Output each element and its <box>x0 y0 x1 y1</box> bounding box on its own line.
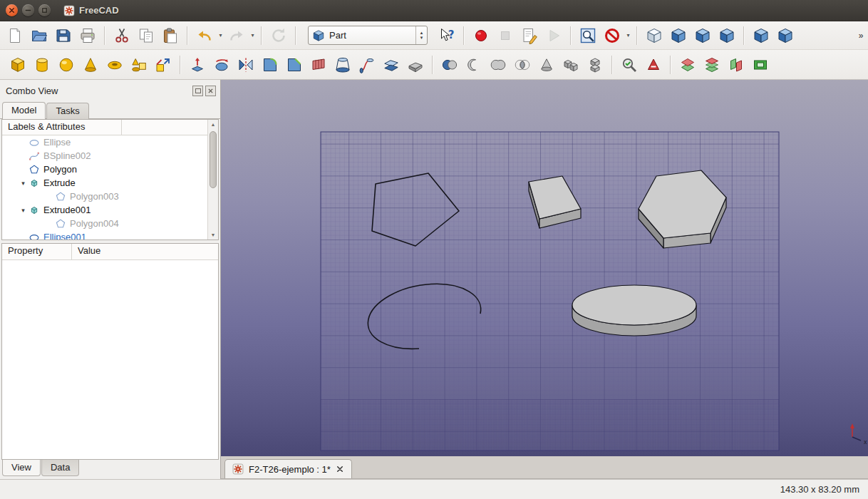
view-axonometric-button[interactable] <box>643 24 666 47</box>
titlebar[interactable]: FreeCAD <box>0 0 868 21</box>
save-document-button[interactable] <box>52 24 75 47</box>
tree-item-polygon004[interactable]: Polygon004 <box>2 217 207 230</box>
macro-stop-button[interactable] <box>494 24 517 47</box>
part-intersection-button[interactable] <box>511 53 534 76</box>
open-document-button[interactable] <box>28 24 51 47</box>
workbench-selector-spinner[interactable]: ▲▼ <box>415 26 427 44</box>
tree-item-extrude[interactable]: ▾Extrude <box>2 176 207 190</box>
part-ruled-surface-button[interactable] <box>307 53 330 76</box>
expander-icon[interactable]: ▾ <box>18 207 29 214</box>
freecad-document-icon <box>232 463 244 475</box>
part-boolean-button[interactable] <box>438 53 461 76</box>
whats-this-button[interactable]: ? <box>435 24 458 47</box>
part-slice-apart-button[interactable] <box>749 53 772 76</box>
tree-item-ellipse001[interactable]: Ellipse001 <box>2 230 207 240</box>
part-section-button[interactable] <box>676 53 699 76</box>
workbench-selector[interactable]: Part ▲▼ <box>308 26 428 45</box>
view-front-button[interactable] <box>667 24 690 47</box>
tree-body: EllipseBSpline002Polygon▾ExtrudePolygon0… <box>2 135 207 240</box>
redo-button[interactable] <box>225 24 248 47</box>
tab-view[interactable]: View <box>2 460 41 476</box>
part-loft-button[interactable] <box>331 53 354 76</box>
part-compound-filter-button[interactable] <box>584 53 606 76</box>
part-thickness-button[interactable] <box>404 53 427 76</box>
tree-item-ellipse[interactable]: Ellipse <box>2 135 207 149</box>
part-mirror-button[interactable] <box>234 53 257 76</box>
property-view-tabs: View Data <box>0 460 220 479</box>
part-fillet-button[interactable] <box>259 53 281 76</box>
macro-record-button[interactable] <box>470 24 492 47</box>
tree-item-extrude001[interactable]: ▾Extrude001 <box>2 203 207 217</box>
part-cut-button[interactable] <box>463 53 485 76</box>
part-cylinder-button[interactable] <box>31 53 53 76</box>
part-sphere-button[interactable] <box>55 53 78 76</box>
undo-button[interactable] <box>193 24 216 47</box>
scroll-down-icon[interactable]: ▼ <box>208 230 218 240</box>
part-shape-slice-button[interactable] <box>725 53 748 76</box>
part-primitives-button[interactable] <box>128 53 150 76</box>
part-check-geometry-button[interactable] <box>618 53 641 76</box>
view-top-button[interactable] <box>691 24 714 47</box>
toolbar-separator <box>743 26 745 45</box>
new-document-button[interactable] <box>4 24 26 47</box>
refresh-button[interactable] <box>267 24 290 47</box>
redo-button-dropdown[interactable]: ▾ <box>249 24 257 47</box>
part-shape-builder-button[interactable] <box>152 53 175 76</box>
window-title: FreeCAD <box>79 5 119 16</box>
scroll-up-icon[interactable]: ▲ <box>208 120 218 129</box>
view-rear-button[interactable] <box>750 24 773 47</box>
macro-edit-button[interactable] <box>518 24 541 47</box>
float-panel-button[interactable] <box>192 86 203 96</box>
tree-item-label: BSpline002 <box>43 150 91 161</box>
ellipse-icon <box>29 232 40 240</box>
part-chamfer-button[interactable] <box>283 53 306 76</box>
navigation-style-button[interactable] <box>601 24 624 47</box>
tree-item-polygon003[interactable]: Polygon003 <box>2 190 207 203</box>
navigation-style-button-dropdown[interactable]: ▾ <box>624 24 632 47</box>
part-compound-button[interactable] <box>559 53 582 76</box>
part-sweep-button[interactable] <box>356 53 378 76</box>
window-close-button[interactable] <box>6 4 18 16</box>
property-editor: Property Value <box>1 243 219 460</box>
view-bottom-button[interactable] <box>774 24 797 47</box>
part-defeaturing-button[interactable] <box>642 53 665 76</box>
expander-icon[interactable]: ▾ <box>18 180 29 187</box>
tab-model[interactable]: Model <box>2 102 46 119</box>
cut-button[interactable] <box>110 24 133 47</box>
paste-button[interactable] <box>159 24 182 47</box>
close-panel-button[interactable] <box>205 86 216 96</box>
toolbar-separator <box>611 56 613 74</box>
tab-data[interactable]: Data <box>41 460 79 476</box>
part-cone-button[interactable] <box>79 53 102 76</box>
tab-tasks[interactable]: Tasks <box>46 103 88 119</box>
3d-viewport[interactable]: x <box>221 80 868 456</box>
part-revolve-button[interactable] <box>210 53 233 76</box>
tree-item-polygon[interactable]: Polygon <box>2 163 207 176</box>
zoom-region-button[interactable] <box>577 24 599 47</box>
scrollbar-thumb[interactable] <box>210 131 217 188</box>
copy-button[interactable] <box>135 24 157 47</box>
document-tab[interactable]: F2-T26-ejemplo : 1* <box>224 459 352 478</box>
extruded-ellipse-top[interactable] <box>572 285 696 325</box>
main-toolbar: ▾▾ Part ▲▼ ?▾ » <box>0 21 868 50</box>
toolbar-overflow-chevron[interactable]: » <box>856 31 866 41</box>
property-column-header: Property <box>2 244 72 259</box>
part-extrude-button[interactable] <box>186 53 209 76</box>
view-right-button[interactable] <box>715 24 738 47</box>
part-union-button[interactable] <box>487 53 510 76</box>
window-minimize-button[interactable] <box>22 4 34 16</box>
tree-item-bspline002[interactable]: BSpline002 <box>2 149 207 163</box>
undo-button-dropdown[interactable]: ▾ <box>217 24 224 47</box>
part-torus-button[interactable] <box>103 53 126 76</box>
tree-item-label: Extrude001 <box>43 205 91 215</box>
model-tree: Labels & Attributes EllipseBSpline002Pol… <box>1 119 219 240</box>
part-offset-button[interactable] <box>380 53 403 76</box>
part-cross-sections-button[interactable] <box>701 53 723 76</box>
close-tab-icon[interactable] <box>336 465 344 473</box>
part-join-connect-button[interactable] <box>535 53 558 76</box>
print-button[interactable] <box>76 24 99 47</box>
part-box-button[interactable] <box>6 53 29 76</box>
tree-scrollbar[interactable]: ▲ ▼ <box>207 120 218 240</box>
window-maximize-button[interactable] <box>38 4 51 16</box>
macro-play-button[interactable] <box>542 24 565 47</box>
